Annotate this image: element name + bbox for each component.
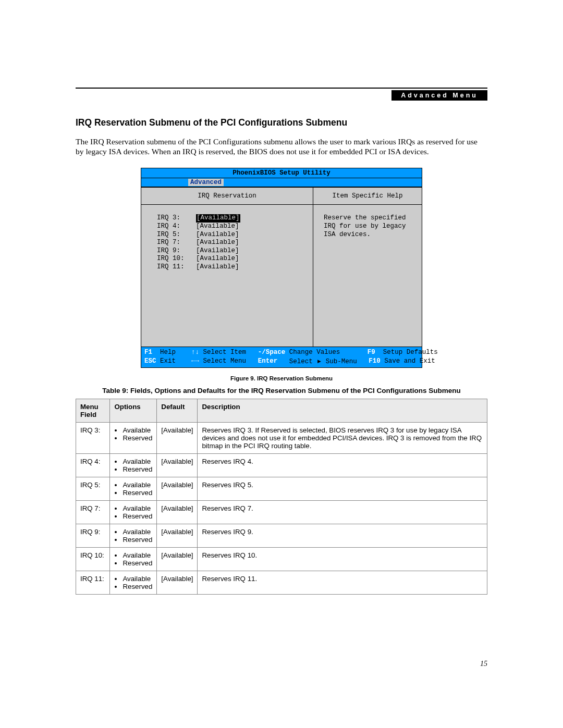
footer-setup-defaults: Setup Defaults	[383, 348, 438, 357]
table-row: IRQ 3:AvailableReserved[Available]Reserv…	[76, 423, 487, 454]
header-rule	[76, 88, 487, 89]
section-title: IRQ Reservation Submenu of the PCI Confi…	[76, 117, 487, 128]
bios-right-header: Item Specific Help	[313, 188, 422, 205]
footer-exit: Exit	[160, 357, 176, 366]
cell-menu-field: IRQ 4:	[76, 454, 110, 477]
bios-tabs: Advanced	[141, 178, 422, 187]
irq-value: [Available]	[196, 223, 239, 231]
irq-label: IRQ 11:	[157, 263, 196, 272]
table-row: IRQ 9:AvailableReserved[Available]Reserv…	[76, 524, 487, 548]
option-item: Available	[123, 458, 152, 465]
bios-tab-advanced: Advanced	[188, 179, 224, 186]
cell-options: AvailableReserved	[110, 524, 157, 548]
bios-screenshot: PhoenixBIOS Setup Utility Advanced IRQ R…	[141, 168, 422, 368]
irq-value: [Available]	[196, 247, 239, 255]
option-item: Available	[123, 575, 152, 583]
table-row: IRQ 4:AvailableReserved[Available]Reserv…	[76, 454, 487, 477]
table-header-cell: Description	[198, 399, 487, 423]
option-item: Available	[123, 426, 152, 434]
key-f1: F1	[144, 348, 152, 357]
irq-value: [Available]	[196, 255, 239, 263]
irq-label: IRQ 10:	[157, 255, 196, 263]
header-strip: Advanced Menu	[76, 90, 487, 101]
cell-description: Reserves IRQ 5.	[198, 477, 487, 501]
irq-label: IRQ 3:	[157, 214, 196, 223]
cell-menu-field: IRQ 9:	[76, 524, 110, 548]
bios-help-text: Reserve the specified IRQ for use by leg…	[313, 205, 422, 239]
cell-menu-field: IRQ 11:	[76, 571, 110, 595]
irq-row: IRQ 4:[Available]	[157, 223, 313, 231]
key-esc: ESC	[144, 357, 156, 366]
table-caption: Table 9: Fields, Options and Defaults fo…	[76, 387, 487, 394]
option-item: Reserved	[123, 512, 152, 520]
footer-select-submenu: Select ▶ Sub-Menu	[289, 357, 357, 366]
section-label: Advanced Menu	[391, 90, 487, 101]
option-item: Available	[123, 481, 152, 489]
option-item: Reserved	[123, 489, 152, 497]
table-header-cell: Options	[110, 399, 157, 423]
key-minus-space: -/Space	[258, 348, 286, 357]
cell-default: [Available]	[157, 571, 198, 595]
bios-footer: F1 Help ↑↓ Select Item -/Space Change Va…	[141, 347, 422, 368]
bios-left-pane: IRQ Reservation IRQ 3:[Available]IRQ 4:[…	[141, 188, 313, 347]
cell-options: AvailableReserved	[110, 454, 157, 477]
cell-default: [Available]	[157, 423, 198, 454]
irq-label: IRQ 9:	[157, 247, 196, 255]
irq-value: [Available]	[196, 231, 239, 239]
key-leftright: ←→	[191, 357, 199, 366]
cell-description: Reserves IRQ 7.	[198, 501, 487, 524]
cell-default: [Available]	[157, 548, 198, 571]
table-row: IRQ 10:AvailableReserved[Available]Reser…	[76, 548, 487, 571]
cell-options: AvailableReserved	[110, 477, 157, 501]
cell-options: AvailableReserved	[110, 571, 157, 595]
page-number: 15	[480, 660, 487, 668]
irq-row: IRQ 11:[Available]	[157, 263, 313, 272]
bios-body: IRQ Reservation IRQ 3:[Available]IRQ 4:[…	[141, 187, 422, 347]
irq-label: IRQ 7:	[157, 239, 196, 247]
cell-options: AvailableReserved	[110, 548, 157, 571]
cell-default: [Available]	[157, 501, 198, 524]
key-enter: Enter	[258, 357, 278, 366]
irq-row: IRQ 7:[Available]	[157, 239, 313, 247]
irq-row: IRQ 5:[Available]	[157, 231, 313, 239]
irq-label: IRQ 4:	[157, 223, 196, 231]
cell-menu-field: IRQ 3:	[76, 423, 110, 454]
option-item: Reserved	[123, 583, 152, 590]
irq-list: IRQ 3:[Available]IRQ 4:[Available]IRQ 5:…	[141, 205, 313, 271]
bios-title-bar: PhoenixBIOS Setup Utility	[141, 168, 422, 178]
table-header-cell: Default	[157, 399, 198, 423]
key-f9: F9	[368, 348, 375, 357]
option-item: Reserved	[123, 434, 152, 442]
option-item: Reserved	[123, 465, 152, 473]
cell-description: Reserves IRQ 9.	[198, 524, 487, 548]
fields-table: Menu FieldOptionsDefaultDescription IRQ …	[76, 399, 487, 595]
irq-value: [Available]	[196, 263, 239, 272]
footer-help: Help	[160, 348, 176, 357]
irq-label: IRQ 5:	[157, 231, 196, 239]
cell-default: [Available]	[157, 454, 198, 477]
option-item: Available	[123, 528, 152, 536]
figure-caption: Figure 9. IRQ Reservation Submenu	[76, 375, 487, 381]
table-row: IRQ 5:AvailableReserved[Available]Reserv…	[76, 477, 487, 501]
triangle-right-icon: ▶	[317, 359, 321, 365]
bios-right-pane: Item Specific Help Reserve the specified…	[313, 188, 422, 347]
cell-description: Reserves IRQ 10.	[198, 548, 487, 571]
option-item: Available	[123, 504, 152, 512]
key-f10: F10	[369, 357, 381, 366]
irq-value: [Available]	[196, 214, 240, 223]
irq-row: IRQ 3:[Available]	[157, 214, 313, 223]
footer-select-item: Select Item	[203, 348, 247, 357]
key-updown: ↑↓	[191, 348, 199, 357]
cell-description: Reserves IRQ 3. If Reserved is selected,…	[198, 423, 487, 454]
table-header-cell: Menu Field	[76, 399, 110, 423]
irq-row: IRQ 9:[Available]	[157, 247, 313, 255]
cell-default: [Available]	[157, 524, 198, 548]
footer-change-values: Change Values	[289, 348, 340, 357]
option-item: Available	[123, 551, 152, 559]
cell-options: AvailableReserved	[110, 423, 157, 454]
cell-default: [Available]	[157, 477, 198, 501]
cell-menu-field: IRQ 7:	[76, 501, 110, 524]
table-row: IRQ 7:AvailableReserved[Available]Reserv…	[76, 501, 487, 524]
table-header-row: Menu FieldOptionsDefaultDescription	[76, 399, 487, 423]
cell-menu-field: IRQ 10:	[76, 548, 110, 571]
